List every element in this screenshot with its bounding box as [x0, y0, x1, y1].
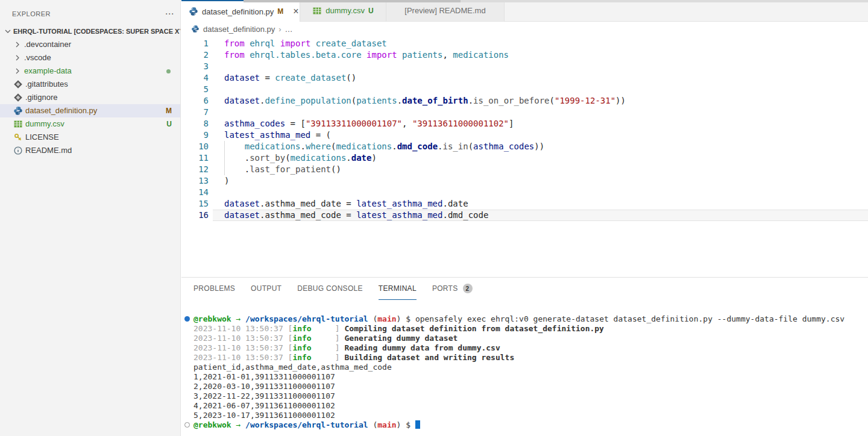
line-number: 11 [181, 152, 209, 164]
line-number: 4 [181, 72, 209, 84]
info-file-icon [13, 146, 23, 155]
code-line-2[interactable]: 2from ehrql.tables.beta.core import pati… [181, 49, 868, 61]
terminal-cursor [415, 420, 420, 429]
explorer-title: EXPLORER [12, 10, 51, 17]
terminal-line: 2023-11-10 13:50:37 [info ] Building dat… [193, 353, 868, 363]
panel-tab-label: DEBUG CONSOLE [297, 284, 363, 293]
code-line-8[interactable]: 8asthma_codes = ["39113311000001107", "3… [181, 118, 868, 129]
sidebar-item-gitignore[interactable]: .gitignore [0, 91, 180, 104]
code-line-15[interactable]: 15dataset.asthma_med_date = latest_asthm… [181, 198, 868, 210]
git-status-badge: U [166, 117, 172, 131]
code-text: dataset.define_population(patients.date_… [224, 95, 626, 107]
code-line-7[interactable]: 7 [181, 107, 868, 118]
tab-label: dataset_definition.py [202, 7, 274, 16]
file-label: dataset_definition.py [25, 106, 97, 115]
sidebar-item-dummy-csv[interactable]: dummy.csvU [0, 117, 180, 131]
code-line-1[interactable]: 1from ehrql import create_dataset [181, 38, 868, 49]
explorer-root-folder[interactable]: EHRQL-TUTORIAL [CODESPACES: SUPER SPACE … [0, 25, 180, 38]
terminal-line: 3,2022-11-22,39113311000001107 [193, 391, 868, 401]
breadcrumb-file[interactable]: dataset_definition.py [203, 25, 275, 34]
sidebar-item-vscode[interactable]: .vscode [0, 51, 180, 64]
terminal-line: 5,2023-10-17,39113611000001102 [193, 411, 868, 420]
code-line-16[interactable]: 16dataset.asthma_med_code = latest_asthm… [181, 210, 868, 221]
ports-count-badge: 2 [463, 284, 473, 293]
chevron-down-icon [3, 26, 13, 38]
git-status-badge: M [166, 104, 172, 117]
python-file-icon [13, 106, 23, 116]
explorer-header: EXPLORER ⋯ [12, 8, 174, 19]
panel-tab-terminal[interactable]: TERMINAL [379, 278, 417, 300]
code-line-14[interactable]: 14 [181, 187, 868, 198]
terminal-line: 2023-11-10 13:50:37 [info ] Compiling da… [193, 324, 868, 334]
terminal-line: 2,2020-03-10,39113311000001107 [193, 382, 868, 391]
sidebar-item-devcontainer[interactable]: .devcontainer [0, 38, 180, 51]
more-actions-icon[interactable]: ⋯ [165, 11, 175, 17]
panel-tab-label: PROBLEMS [193, 284, 235, 293]
line-number: 10 [181, 141, 209, 152]
line-number: 9 [181, 129, 209, 141]
code-line-9[interactable]: 9latest_asthma_med = ( [181, 129, 868, 141]
line-number: 12 [181, 164, 209, 175]
code-text: dataset.asthma_med_date = latest_asthma_… [224, 198, 468, 210]
code-line-10[interactable]: 10 medications.where(medications.dmd_cod… [181, 141, 868, 152]
line-number: 14 [181, 187, 209, 198]
terminal-line: @rebkwok → /workspaces/ehrql-tutorial (m… [193, 420, 868, 430]
line-number: 5 [181, 84, 209, 95]
command-running-icon [184, 316, 190, 322]
untracked-changes-dot [166, 69, 171, 73]
line-number: 7 [181, 107, 209, 118]
code-line-13[interactable]: 13) [181, 175, 868, 187]
code-line-11[interactable]: 11 .sort_by(medications.date) [181, 152, 868, 164]
file-label: .vscode [24, 53, 51, 62]
breadcrumb: dataset_definition.py › … [181, 22, 868, 36]
tab-label: dummy.csv [326, 6, 365, 15]
sidebar-item-gitattributes[interactable]: .gitattributes [0, 78, 180, 91]
editor-tab-dataset-definition-py[interactable]: dataset_definition.pyM× [181, 0, 300, 22]
breadcrumb-separator: › [278, 25, 281, 34]
line-number: 1 [181, 38, 209, 49]
terminal[interactable]: @rebkwok → /workspaces/ehrql-tutorial (m… [181, 310, 868, 436]
code-line-4[interactable]: 4dataset = create_dataset() [181, 72, 868, 84]
close-icon[interactable]: × [293, 7, 298, 16]
code-text: medications.where(medications.dmd_code.i… [224, 141, 544, 152]
panel-tab-output[interactable]: OUTPUT [251, 278, 281, 300]
terminal-line: @rebkwok → /workspaces/ehrql-tutorial (m… [193, 314, 868, 324]
panel-tab-problems[interactable]: PROBLEMS [193, 278, 235, 300]
tab-bar-empty-space [505, 0, 868, 22]
terminal-line: patient_id,asthma_med_date,asthma_med_co… [193, 363, 868, 372]
code-text: latest_asthma_med = ( [224, 129, 331, 141]
file-label: .devcontainer [24, 40, 71, 49]
breadcrumb-more[interactable]: … [285, 25, 293, 34]
tab-scrollbar-thumb[interactable] [244, 0, 461, 2]
editor-tab-preview-readme-md[interactable]: [Preview] README.md [386, 0, 505, 22]
code-editor[interactable]: 1from ehrql import create_dataset2from e… [181, 36, 868, 277]
panel-tab-ports[interactable]: PORTS2 [432, 278, 473, 300]
code-text: .sort_by(medications.date) [224, 152, 377, 164]
terminal-line: 1,2021-01-01,39113311000001107 [193, 372, 868, 382]
root-folder-label: EHRQL-TUTORIAL [CODESPACES: SUPER SPACE … [13, 28, 180, 35]
file-label: example-data [24, 66, 72, 75]
code-line-3[interactable]: 3 [181, 61, 868, 72]
code-text: .last_for_patient() [224, 164, 341, 175]
panel-tab-label: OUTPUT [251, 284, 281, 293]
sidebar-item-example-data[interactable]: example-data [0, 64, 180, 78]
python-file-icon [189, 7, 198, 16]
sidebar-item-readme-md[interactable]: README.md [0, 144, 180, 157]
code-text: asthma_codes = ["39113311000001107", "39… [224, 118, 514, 129]
terminal-line: 2023-11-10 13:50:37 [info ] Generating d… [193, 334, 868, 343]
editor-tab-dummy-csv[interactable]: dummy.csvU [300, 0, 386, 22]
file-label: README.md [25, 146, 72, 155]
code-text: from ehrql import create_dataset [224, 38, 387, 49]
panel-tab-label: PORTS [432, 284, 458, 293]
file-label: LICENSE [25, 132, 59, 142]
code-line-6[interactable]: 6dataset.define_population(patients.date… [181, 95, 868, 107]
panel-tab-bar: PROBLEMSOUTPUTDEBUG CONSOLETERMINALPORTS… [181, 278, 868, 301]
code-text: ) [224, 175, 229, 187]
terminal-line: 2023-11-10 13:50:37 [info ] Reading dumm… [193, 343, 868, 353]
sidebar-item-license[interactable]: LICENSE [0, 131, 180, 144]
code-line-12[interactable]: 12 .last_for_patient() [181, 164, 868, 175]
sidebar-item-dataset-definition-py[interactable]: dataset_definition.pyM [0, 104, 180, 117]
code-line-5[interactable]: 5 [181, 84, 868, 95]
explorer-sidebar: EXPLORER ⋯ EHRQL-TUTORIAL [CODESPACES: S… [0, 0, 181, 436]
panel-tab-debug-console[interactable]: DEBUG CONSOLE [297, 278, 363, 300]
